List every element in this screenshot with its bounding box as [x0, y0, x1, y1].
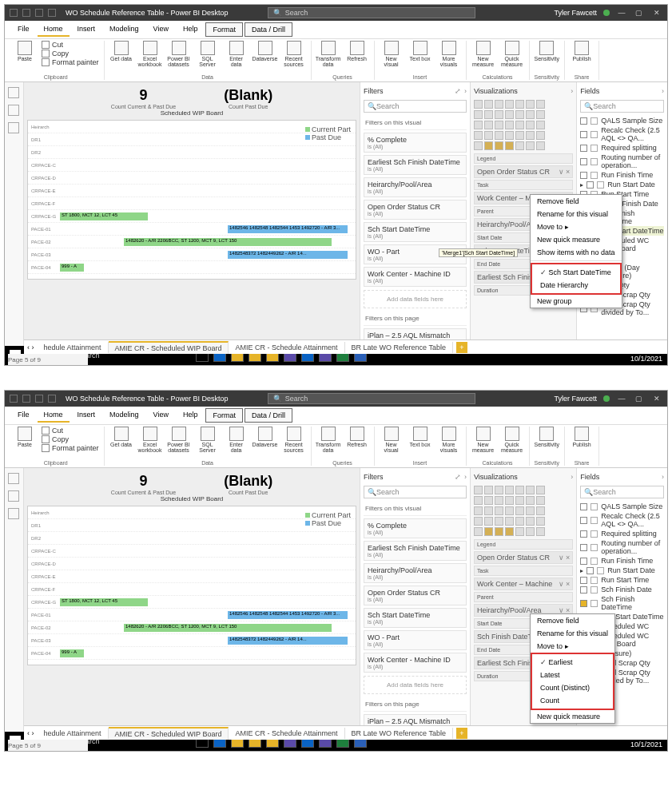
save-icon[interactable]	[22, 395, 30, 403]
viz-type-icon[interactable]	[515, 131, 524, 140]
ribbon-more-visuals[interactable]: More visuals	[437, 427, 461, 453]
close-button[interactable]: ✕	[651, 393, 662, 404]
viz-type-icon[interactable]	[515, 100, 524, 109]
menu-home[interactable]: Home	[38, 408, 70, 423]
field-well[interactable]: Task	[474, 566, 573, 576]
field-well[interactable]: Work Center – Machine∨ ×	[474, 578, 573, 590]
page-tab[interactable]: BR Late WO Reference Table	[345, 342, 453, 353]
viz-type-icon[interactable]	[505, 121, 514, 129]
close-button[interactable]: ✕	[651, 7, 662, 18]
ribbon-sql-server[interactable]: SQL Server	[196, 41, 220, 67]
menu-file[interactable]: File	[11, 408, 36, 423]
filter-card[interactable]: Open Order Status CRis (All)	[364, 200, 467, 220]
menu-help[interactable]: Help	[177, 408, 205, 423]
minimize-button[interactable]: —	[616, 393, 627, 404]
viz-type-icon[interactable]	[536, 527, 545, 536]
viz-type-icon[interactable]	[495, 141, 503, 150]
page-tab[interactable]: hedule Attainment	[38, 728, 109, 739]
gantt-chart[interactable]: Current PartPast Due HeirarchDR1DR2CRPAC…	[27, 506, 356, 665]
undo-icon[interactable]	[35, 395, 43, 403]
filters-search[interactable]: 🔍 Search	[364, 100, 467, 113]
save-icon[interactable]	[22, 9, 30, 17]
gantt-bar[interactable]: 1482620 - A/R 2206BCC, ST 1200, MCT 9, L…	[124, 624, 332, 632]
page-tab[interactable]: AMIE CR - Scheduled WIP Board	[109, 727, 229, 740]
gantt-bar[interactable]: 1482548372 1482449262 - A/R 14...	[228, 637, 348, 645]
gantt-bar[interactable]: ST 1800, MCT 12, LCT 45	[60, 598, 148, 606]
viz-type-icon[interactable]	[505, 110, 514, 119]
ribbon-power-bi-datasets[interactable]: Power BI datasets	[167, 427, 191, 453]
viz-type-icon[interactable]	[526, 100, 535, 109]
ribbon-power-bi-datasets[interactable]: Power BI datasets	[167, 41, 191, 67]
viz-type-icon[interactable]	[536, 141, 545, 150]
field-well[interactable]: Open Order Status CR∨ ×	[474, 551, 573, 564]
viz-type-icon[interactable]	[484, 110, 493, 119]
viz-type-icon[interactable]	[474, 517, 483, 526]
ribbon-new-measure[interactable]: New measure	[471, 427, 495, 453]
viz-type-icon[interactable]	[495, 121, 503, 129]
title-search[interactable]: 🔍 Search	[268, 7, 475, 18]
viz-type-icon[interactable]	[474, 527, 483, 536]
viz-type-icon[interactable]	[526, 141, 535, 150]
viz-type-icon[interactable]	[515, 506, 524, 515]
redo-icon[interactable]	[48, 395, 56, 403]
data-view-icon[interactable]	[8, 105, 19, 116]
viz-type-icon[interactable]	[474, 131, 483, 140]
viz-type-icon[interactable]	[484, 496, 493, 505]
ribbon-new-measure[interactable]: New measure	[471, 41, 495, 67]
viz-type-icon[interactable]	[515, 486, 524, 494]
viz-type-icon[interactable]	[515, 121, 524, 129]
viz-type-icon[interactable]	[526, 131, 535, 140]
viz-type-icon[interactable]	[505, 517, 514, 526]
filter-card[interactable]: % Completeis (All)	[364, 518, 467, 538]
ctx-sub-item[interactable]: Sch Start DateTime	[534, 266, 618, 279]
page-tab[interactable]: BR Late WO Reference Table	[345, 728, 453, 739]
ribbon-dataverse[interactable]: Dataverse	[253, 427, 277, 447]
viz-type-icon[interactable]	[526, 496, 535, 505]
ctx-item[interactable]: Show items with no data	[531, 246, 622, 259]
ribbon-sql-server[interactable]: SQL Server	[196, 427, 220, 453]
ribbon-text-box[interactable]: Text box	[408, 427, 432, 447]
viz-type-icon[interactable]	[515, 496, 524, 505]
viz-type-icon[interactable]	[474, 121, 483, 129]
viz-type-icon[interactable]	[505, 496, 514, 505]
filter-card[interactable]: Earliest Sch Finish DateTimeis (All)	[364, 155, 467, 175]
viz-type-icon[interactable]	[526, 527, 535, 536]
field-well[interactable]: Parent	[474, 592, 573, 602]
viz-type-icon[interactable]	[526, 486, 535, 494]
field-item[interactable]: Run Finish Time	[580, 170, 664, 180]
viz-type-icon[interactable]	[484, 131, 493, 140]
viz-type-icon[interactable]	[484, 527, 493, 536]
viz-type-icon[interactable]	[484, 486, 493, 494]
data-view-icon[interactable]	[8, 490, 19, 502]
field-item[interactable]: Sch Finish DateTime	[580, 594, 664, 612]
user-name[interactable]: Tyler Fawcett	[554, 395, 597, 403]
ctx-item[interactable]: Move to ▸	[531, 640, 614, 653]
field-well[interactable]: Open Order Status CR∨ ×	[474, 165, 573, 178]
viz-type-icon[interactable]	[515, 141, 524, 150]
ribbon-excel-workbook[interactable]: Excel workbook	[138, 427, 162, 453]
menu-data-drill[interactable]: Data / Drill	[245, 408, 292, 423]
expand-icon[interactable]: ⤢	[455, 87, 461, 95]
title-search[interactable]: 🔍 Search	[268, 393, 475, 404]
field-item[interactable]: Routing number of operation...	[580, 153, 664, 170]
report-canvas[interactable]: 9Count Current & Past Due (Blank)Count P…	[24, 468, 360, 732]
ribbon-enter-data[interactable]: Enter data	[225, 41, 249, 67]
ribbon-more-visuals[interactable]: More visuals	[437, 41, 461, 67]
viz-type-icon[interactable]	[536, 506, 545, 515]
menu-modeling[interactable]: Modeling	[103, 22, 145, 37]
field-item[interactable]: Routing number of operation...	[580, 538, 664, 556]
field-item[interactable]: Recalc Check (2.5 AQL <> QA...	[580, 125, 664, 143]
field-well[interactable]: Legend	[474, 153, 573, 164]
viz-type-icon[interactable]	[474, 110, 483, 119]
ribbon-new-visual[interactable]: New visual	[380, 41, 404, 67]
viz-type-icon[interactable]	[505, 486, 514, 494]
viz-type-icon[interactable]	[474, 506, 483, 515]
undo-icon[interactable]	[35, 9, 43, 17]
viz-type-icon[interactable]	[495, 110, 503, 119]
field-item[interactable]: QALS Sample Size	[580, 502, 664, 511]
field-item[interactable]: Sch Finish Date	[580, 585, 664, 594]
field-context-menu[interactable]: Remove fieldRename for this visualMove t…	[530, 194, 622, 308]
filter-card[interactable]: % Completeis (All)	[364, 133, 467, 153]
gantt-bar[interactable]: 999 - A	[60, 649, 84, 657]
ctx-item[interactable]: Move to ▸	[531, 220, 622, 233]
